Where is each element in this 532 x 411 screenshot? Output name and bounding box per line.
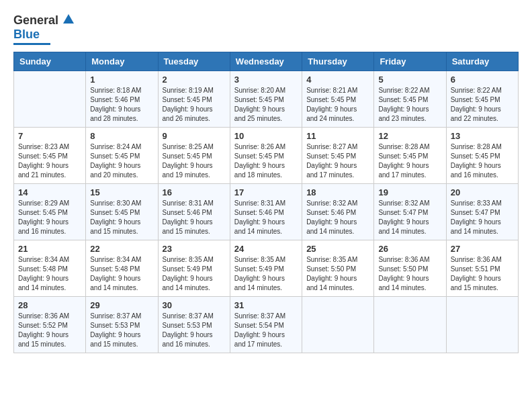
calendar-table: SundayMondayTuesdayWednesdayThursdayFrid… xyxy=(13,52,519,353)
day-number: 1 xyxy=(90,75,153,85)
day-info: Sunrise: 8:35 AMSunset: 5:50 PMDaylight:… xyxy=(306,255,369,293)
calendar-cell: 7Sunrise: 8:23 AMSunset: 5:45 PMDaylight… xyxy=(14,128,86,184)
calendar-cell: 20Sunrise: 8:33 AMSunset: 5:47 PMDayligh… xyxy=(446,184,518,240)
calendar-cell: 21Sunrise: 8:34 AMSunset: 5:48 PMDayligh… xyxy=(14,240,86,297)
calendar-header-row: SundayMondayTuesdayWednesdayThursdayFrid… xyxy=(14,52,519,71)
calendar-cell: 11Sunrise: 8:27 AMSunset: 5:45 PMDayligh… xyxy=(302,128,374,184)
day-number: 23 xyxy=(163,244,226,254)
day-number: 29 xyxy=(90,300,153,310)
calendar-cell xyxy=(374,297,446,353)
day-info: Sunrise: 8:34 AMSunset: 5:48 PMDaylight:… xyxy=(90,255,153,293)
day-number: 7 xyxy=(18,131,81,141)
day-number: 22 xyxy=(90,244,153,254)
day-number: 6 xyxy=(451,75,514,85)
day-number: 26 xyxy=(378,244,441,254)
calendar-cell: 3Sunrise: 8:20 AMSunset: 5:45 PMDaylight… xyxy=(230,71,302,128)
day-info: Sunrise: 8:33 AMSunset: 5:47 PMDaylight:… xyxy=(451,199,514,236)
day-number: 16 xyxy=(163,187,226,197)
day-info: Sunrise: 8:30 AMSunset: 5:45 PMDaylight:… xyxy=(90,199,153,236)
calendar-week-row: 1Sunrise: 8:18 AMSunset: 5:46 PMDaylight… xyxy=(14,71,519,128)
day-info: Sunrise: 8:19 AMSunset: 5:45 PMDaylight:… xyxy=(163,86,226,124)
weekday-header-sunday: Sunday xyxy=(14,52,86,71)
day-number: 14 xyxy=(18,187,81,197)
day-number: 9 xyxy=(163,131,226,141)
calendar-cell: 17Sunrise: 8:31 AMSunset: 5:46 PMDayligh… xyxy=(230,184,302,240)
calendar-cell: 22Sunrise: 8:34 AMSunset: 5:48 PMDayligh… xyxy=(86,240,158,297)
weekday-header-wednesday: Wednesday xyxy=(230,52,302,71)
day-info: Sunrise: 8:36 AMSunset: 5:50 PMDaylight:… xyxy=(378,255,441,293)
calendar-cell: 8Sunrise: 8:24 AMSunset: 5:45 PMDaylight… xyxy=(86,128,158,184)
calendar-cell: 23Sunrise: 8:35 AMSunset: 5:49 PMDayligh… xyxy=(158,240,230,297)
calendar-week-row: 28Sunrise: 8:36 AMSunset: 5:52 PMDayligh… xyxy=(14,297,519,353)
calendar-cell: 28Sunrise: 8:36 AMSunset: 5:52 PMDayligh… xyxy=(14,297,86,353)
day-info: Sunrise: 8:31 AMSunset: 5:46 PMDaylight:… xyxy=(163,199,226,236)
day-info: Sunrise: 8:22 AMSunset: 5:45 PMDaylight:… xyxy=(451,86,514,124)
day-info: Sunrise: 8:31 AMSunset: 5:46 PMDaylight:… xyxy=(234,199,298,236)
day-number: 24 xyxy=(234,244,298,254)
day-info: Sunrise: 8:24 AMSunset: 5:45 PMDaylight:… xyxy=(90,142,153,180)
day-number: 15 xyxy=(90,187,153,197)
day-info: Sunrise: 8:36 AMSunset: 5:52 PMDaylight:… xyxy=(18,312,81,349)
calendar-week-row: 14Sunrise: 8:29 AMSunset: 5:45 PMDayligh… xyxy=(14,184,519,240)
day-number: 20 xyxy=(451,187,514,197)
day-info: Sunrise: 8:36 AMSunset: 5:51 PMDaylight:… xyxy=(451,255,514,293)
day-info: Sunrise: 8:29 AMSunset: 5:45 PMDaylight:… xyxy=(18,199,81,236)
calendar-week-row: 7Sunrise: 8:23 AMSunset: 5:45 PMDaylight… xyxy=(14,128,519,184)
logo: General Blue xyxy=(13,13,74,45)
day-number: 5 xyxy=(378,75,441,85)
calendar-cell: 16Sunrise: 8:31 AMSunset: 5:46 PMDayligh… xyxy=(158,184,230,240)
day-number: 3 xyxy=(234,75,298,85)
day-number: 30 xyxy=(163,300,226,310)
calendar-cell: 9Sunrise: 8:25 AMSunset: 5:45 PMDaylight… xyxy=(158,128,230,184)
day-info: Sunrise: 8:28 AMSunset: 5:45 PMDaylight:… xyxy=(451,142,514,180)
weekday-header-friday: Friday xyxy=(374,52,446,71)
day-number: 8 xyxy=(90,131,153,141)
day-number: 10 xyxy=(234,131,298,141)
calendar-cell: 30Sunrise: 8:37 AMSunset: 5:53 PMDayligh… xyxy=(158,297,230,353)
day-number: 18 xyxy=(306,187,369,197)
calendar-cell: 14Sunrise: 8:29 AMSunset: 5:45 PMDayligh… xyxy=(14,184,86,240)
day-info: Sunrise: 8:23 AMSunset: 5:45 PMDaylight:… xyxy=(18,142,81,180)
day-info: Sunrise: 8:28 AMSunset: 5:45 PMDaylight:… xyxy=(378,142,441,180)
weekday-header-monday: Monday xyxy=(86,52,158,71)
day-info: Sunrise: 8:35 AMSunset: 5:49 PMDaylight:… xyxy=(234,255,298,293)
calendar-cell: 15Sunrise: 8:30 AMSunset: 5:45 PMDayligh… xyxy=(86,184,158,240)
calendar-cell: 4Sunrise: 8:21 AMSunset: 5:45 PMDaylight… xyxy=(302,71,374,128)
weekday-header-saturday: Saturday xyxy=(446,52,518,71)
day-info: Sunrise: 8:35 AMSunset: 5:49 PMDaylight:… xyxy=(163,255,226,293)
day-info: Sunrise: 8:22 AMSunset: 5:45 PMDaylight:… xyxy=(378,86,441,124)
weekday-header-thursday: Thursday xyxy=(302,52,374,71)
day-info: Sunrise: 8:26 AMSunset: 5:45 PMDaylight:… xyxy=(234,142,298,180)
day-number: 31 xyxy=(234,300,298,310)
day-info: Sunrise: 8:27 AMSunset: 5:45 PMDaylight:… xyxy=(306,142,369,180)
calendar-cell: 24Sunrise: 8:35 AMSunset: 5:49 PMDayligh… xyxy=(230,240,302,297)
calendar-week-row: 21Sunrise: 8:34 AMSunset: 5:48 PMDayligh… xyxy=(14,240,519,297)
day-number: 12 xyxy=(378,131,441,141)
day-number: 11 xyxy=(306,131,369,141)
calendar-cell: 25Sunrise: 8:35 AMSunset: 5:50 PMDayligh… xyxy=(302,240,374,297)
day-info: Sunrise: 8:37 AMSunset: 5:53 PMDaylight:… xyxy=(163,312,226,349)
calendar-cell: 13Sunrise: 8:28 AMSunset: 5:45 PMDayligh… xyxy=(446,128,518,184)
day-number: 19 xyxy=(378,187,441,197)
page-header: General Blue xyxy=(13,13,519,45)
calendar-cell: 6Sunrise: 8:22 AMSunset: 5:45 PMDaylight… xyxy=(446,71,518,128)
calendar-cell: 27Sunrise: 8:36 AMSunset: 5:51 PMDayligh… xyxy=(446,240,518,297)
day-info: Sunrise: 8:18 AMSunset: 5:46 PMDaylight:… xyxy=(90,86,153,124)
calendar-cell: 31Sunrise: 8:37 AMSunset: 5:54 PMDayligh… xyxy=(230,297,302,353)
day-number: 17 xyxy=(234,187,298,197)
calendar-cell: 29Sunrise: 8:37 AMSunset: 5:53 PMDayligh… xyxy=(86,297,158,353)
day-info: Sunrise: 8:25 AMSunset: 5:45 PMDaylight:… xyxy=(163,142,226,180)
calendar-cell xyxy=(302,297,374,353)
calendar-cell: 18Sunrise: 8:32 AMSunset: 5:46 PMDayligh… xyxy=(302,184,374,240)
day-number: 21 xyxy=(18,244,81,254)
day-info: Sunrise: 8:37 AMSunset: 5:53 PMDaylight:… xyxy=(90,312,153,349)
day-number: 27 xyxy=(451,244,514,254)
day-info: Sunrise: 8:21 AMSunset: 5:45 PMDaylight:… xyxy=(306,86,369,124)
day-number: 28 xyxy=(18,300,81,310)
calendar-cell: 2Sunrise: 8:19 AMSunset: 5:45 PMDaylight… xyxy=(158,71,230,128)
calendar-cell: 5Sunrise: 8:22 AMSunset: 5:45 PMDaylight… xyxy=(374,71,446,128)
day-number: 4 xyxy=(306,75,369,85)
calendar-cell: 26Sunrise: 8:36 AMSunset: 5:50 PMDayligh… xyxy=(374,240,446,297)
day-info: Sunrise: 8:20 AMSunset: 5:45 PMDaylight:… xyxy=(234,86,298,124)
calendar-cell: 12Sunrise: 8:28 AMSunset: 5:45 PMDayligh… xyxy=(374,128,446,184)
